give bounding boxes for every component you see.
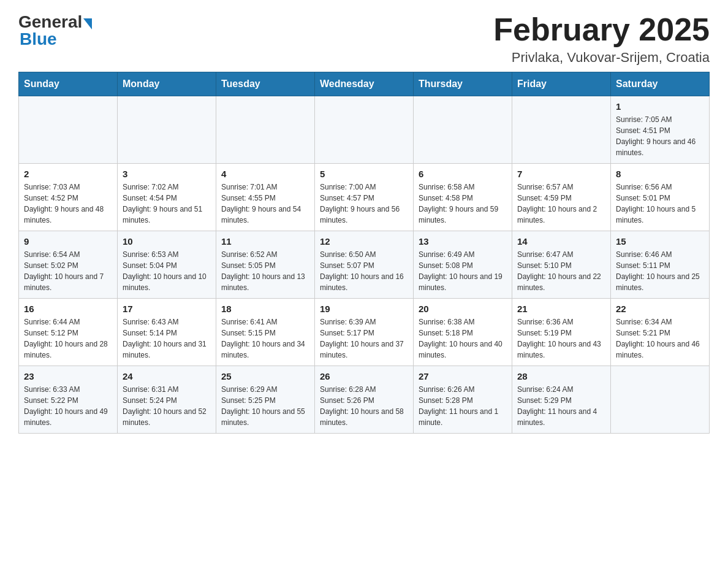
day-number: 26 [320,371,408,381]
day-number: 19 [320,304,408,314]
day-info: Sunrise: 6:56 AM Sunset: 5:01 PM Dayligh… [616,182,704,226]
calendar-table: SundayMondayTuesdayWednesdayThursdayFrid… [18,72,710,434]
calendar-cell [216,96,315,164]
day-info: Sunrise: 6:47 AM Sunset: 5:10 PM Dayligh… [517,249,605,293]
day-info: Sunrise: 6:44 AM Sunset: 5:12 PM Dayligh… [24,316,112,361]
day-info: Sunrise: 6:26 AM Sunset: 5:28 PM Dayligh… [419,384,507,428]
day-number: 28 [517,371,605,381]
day-number: 23 [24,371,112,381]
day-number: 1 [616,101,704,112]
calendar-cell: 1Sunrise: 7:05 AM Sunset: 4:51 PM Daylig… [611,96,710,164]
calendar-cell: 22Sunrise: 6:34 AM Sunset: 5:21 PM Dayli… [611,299,710,366]
title-block: February 2025 Privlaka, Vukovar-Srijem, … [493,12,710,66]
calendar-cell: 10Sunrise: 6:53 AM Sunset: 5:04 PM Dayli… [118,231,216,299]
calendar-cell: 26Sunrise: 6:28 AM Sunset: 5:26 PM Dayli… [315,366,414,434]
calendar-cell: 5Sunrise: 7:00 AM Sunset: 4:57 PM Daylig… [315,164,414,231]
day-info: Sunrise: 6:54 AM Sunset: 5:02 PM Dayligh… [24,249,112,293]
page-header: General Blue February 2025 Privlaka, Vuk… [18,12,710,66]
col-header-sunday: Sunday [19,72,118,96]
calendar-week-row: 2Sunrise: 7:03 AM Sunset: 4:52 PM Daylig… [19,164,710,231]
calendar-cell [414,96,512,164]
month-year-title: February 2025 [493,12,710,47]
day-number: 11 [221,236,309,247]
day-info: Sunrise: 6:49 AM Sunset: 5:08 PM Dayligh… [419,249,507,293]
day-info: Sunrise: 6:50 AM Sunset: 5:07 PM Dayligh… [320,249,408,293]
calendar-cell: 7Sunrise: 6:57 AM Sunset: 4:59 PM Daylig… [512,164,611,231]
calendar-week-row: 9Sunrise: 6:54 AM Sunset: 5:02 PM Daylig… [19,231,710,299]
day-info: Sunrise: 6:36 AM Sunset: 5:19 PM Dayligh… [517,316,605,361]
day-number: 15 [616,236,704,247]
col-header-monday: Monday [118,72,216,96]
day-number: 8 [616,169,704,179]
day-number: 5 [320,169,408,179]
calendar-week-row: 16Sunrise: 6:44 AM Sunset: 5:12 PM Dayli… [19,299,710,366]
day-number: 20 [419,304,507,314]
day-number: 4 [221,169,309,179]
calendar-cell: 25Sunrise: 6:29 AM Sunset: 5:25 PM Dayli… [216,366,315,434]
calendar-cell [19,96,118,164]
day-number: 24 [123,371,211,381]
day-info: Sunrise: 6:33 AM Sunset: 5:22 PM Dayligh… [24,384,112,428]
day-info: Sunrise: 6:29 AM Sunset: 5:25 PM Dayligh… [221,384,309,428]
day-number: 21 [517,304,605,314]
calendar-cell: 21Sunrise: 6:36 AM Sunset: 5:19 PM Dayli… [512,299,611,366]
calendar-cell: 19Sunrise: 6:39 AM Sunset: 5:17 PM Dayli… [315,299,414,366]
calendar-cell: 6Sunrise: 6:58 AM Sunset: 4:58 PM Daylig… [414,164,512,231]
calendar-cell: 24Sunrise: 6:31 AM Sunset: 5:24 PM Dayli… [118,366,216,434]
calendar-cell: 3Sunrise: 7:02 AM Sunset: 4:54 PM Daylig… [118,164,216,231]
col-header-tuesday: Tuesday [216,72,315,96]
day-number: 27 [419,371,507,381]
day-number: 12 [320,236,408,247]
logo-blue-text: Blue [20,29,57,49]
col-header-friday: Friday [512,72,611,96]
calendar-cell [118,96,216,164]
day-info: Sunrise: 6:39 AM Sunset: 5:17 PM Dayligh… [320,316,408,361]
day-info: Sunrise: 6:34 AM Sunset: 5:21 PM Dayligh… [616,316,704,361]
day-info: Sunrise: 7:05 AM Sunset: 4:51 PM Dayligh… [616,114,704,158]
col-header-wednesday: Wednesday [315,72,414,96]
calendar-cell: 9Sunrise: 6:54 AM Sunset: 5:02 PM Daylig… [19,231,118,299]
day-info: Sunrise: 6:24 AM Sunset: 5:29 PM Dayligh… [517,384,605,428]
day-info: Sunrise: 7:00 AM Sunset: 4:57 PM Dayligh… [320,182,408,226]
day-info: Sunrise: 6:57 AM Sunset: 4:59 PM Dayligh… [517,182,605,226]
calendar-cell: 17Sunrise: 6:43 AM Sunset: 5:14 PM Dayli… [118,299,216,366]
day-info: Sunrise: 6:28 AM Sunset: 5:26 PM Dayligh… [320,384,408,428]
calendar-cell: 2Sunrise: 7:03 AM Sunset: 4:52 PM Daylig… [19,164,118,231]
calendar-cell: 14Sunrise: 6:47 AM Sunset: 5:10 PM Dayli… [512,231,611,299]
calendar-week-row: 23Sunrise: 6:33 AM Sunset: 5:22 PM Dayli… [19,366,710,434]
day-info: Sunrise: 6:38 AM Sunset: 5:18 PM Dayligh… [419,316,507,361]
day-info: Sunrise: 6:41 AM Sunset: 5:15 PM Dayligh… [221,316,309,361]
day-info: Sunrise: 6:58 AM Sunset: 4:58 PM Dayligh… [419,182,507,226]
col-header-saturday: Saturday [611,72,710,96]
calendar-week-row: 1Sunrise: 7:05 AM Sunset: 4:51 PM Daylig… [19,96,710,164]
day-number: 10 [123,236,211,247]
calendar-cell: 18Sunrise: 6:41 AM Sunset: 5:15 PM Dayli… [216,299,315,366]
day-info: Sunrise: 6:52 AM Sunset: 5:05 PM Dayligh… [221,249,309,293]
day-number: 7 [517,169,605,179]
calendar-cell: 16Sunrise: 6:44 AM Sunset: 5:12 PM Dayli… [19,299,118,366]
calendar-cell: 15Sunrise: 6:46 AM Sunset: 5:11 PM Dayli… [611,231,710,299]
calendar-cell: 28Sunrise: 6:24 AM Sunset: 5:29 PM Dayli… [512,366,611,434]
day-number: 17 [123,304,211,314]
logo: General Blue [18,12,92,49]
day-number: 22 [616,304,704,314]
day-info: Sunrise: 6:53 AM Sunset: 5:04 PM Dayligh… [123,249,211,293]
calendar-cell: 27Sunrise: 6:26 AM Sunset: 5:28 PM Dayli… [414,366,512,434]
day-number: 9 [24,236,112,247]
day-number: 14 [517,236,605,247]
day-number: 16 [24,304,112,314]
day-number: 18 [221,304,309,314]
calendar-cell: 12Sunrise: 6:50 AM Sunset: 5:07 PM Dayli… [315,231,414,299]
calendar-cell: 20Sunrise: 6:38 AM Sunset: 5:18 PM Dayli… [414,299,512,366]
day-number: 3 [123,169,211,179]
day-number: 25 [221,371,309,381]
day-info: Sunrise: 7:02 AM Sunset: 4:54 PM Dayligh… [123,182,211,226]
day-info: Sunrise: 6:31 AM Sunset: 5:24 PM Dayligh… [123,384,211,428]
calendar-header-row: SundayMondayTuesdayWednesdayThursdayFrid… [19,72,710,96]
calendar-cell: 23Sunrise: 6:33 AM Sunset: 5:22 PM Dayli… [19,366,118,434]
col-header-thursday: Thursday [414,72,512,96]
location-subtitle: Privlaka, Vukovar-Srijem, Croatia [493,50,710,66]
calendar-cell: 8Sunrise: 6:56 AM Sunset: 5:01 PM Daylig… [611,164,710,231]
day-number: 6 [419,169,507,179]
day-info: Sunrise: 7:01 AM Sunset: 4:55 PM Dayligh… [221,182,309,226]
